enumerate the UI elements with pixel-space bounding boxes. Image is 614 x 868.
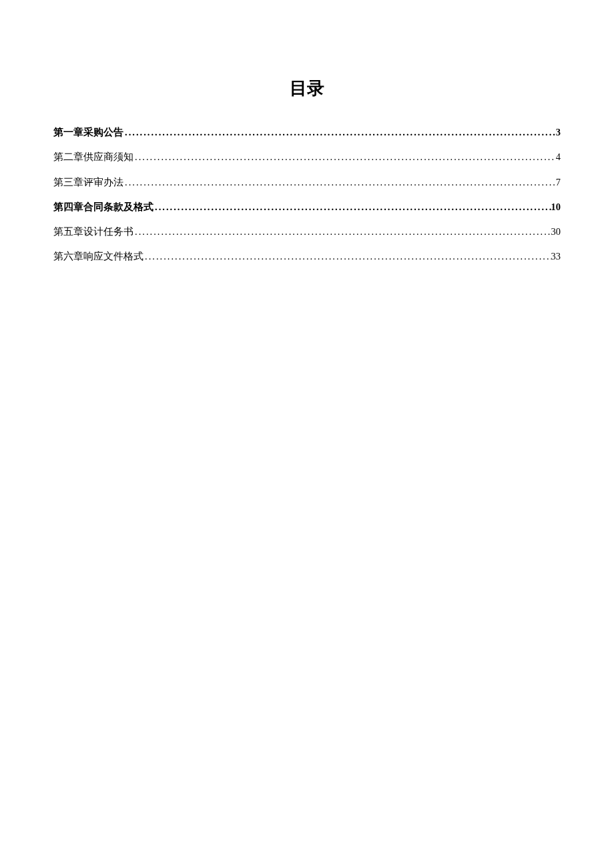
toc-leader-dots	[133, 150, 556, 163]
toc-entry-label: 第三章评审办法	[53, 175, 123, 189]
toc-entry-page: 10	[551, 200, 561, 213]
toc-entry-page: 7	[556, 175, 561, 189]
toc-leader-dots	[133, 225, 551, 238]
toc-entry-label: 第六章响应文件格式	[53, 250, 143, 263]
toc-entry-label: 第四章合同条款及格式	[53, 200, 154, 213]
toc-entry-label: 第一章采购公告	[53, 125, 123, 139]
document-page: 目录 第一章采购公告 3 第二章供应商须知 4 第三章评审办法 7 第四章合同条…	[0, 0, 614, 328]
table-of-contents: 第一章采购公告 3 第二章供应商须知 4 第三章评审办法 7 第四章合同条款及格…	[53, 125, 561, 264]
toc-entry-page: 4	[556, 150, 561, 163]
toc-entry-chapter-4[interactable]: 第四章合同条款及格式 10	[53, 200, 561, 213]
toc-entry-chapter-1[interactable]: 第一章采购公告 3	[53, 125, 561, 139]
toc-entry-page: 33	[551, 250, 561, 263]
toc-leader-dots	[123, 125, 556, 139]
toc-entry-page: 3	[556, 125, 561, 139]
toc-entry-label: 第五章设计任务书	[53, 225, 133, 238]
toc-entry-label: 第二章供应商须知	[53, 150, 133, 163]
toc-leader-dots	[154, 200, 551, 213]
toc-leader-dots	[123, 175, 556, 189]
toc-title: 目录	[53, 77, 561, 100]
toc-entry-chapter-3[interactable]: 第三章评审办法 7	[53, 175, 561, 189]
toc-entry-chapter-2[interactable]: 第二章供应商须知 4	[53, 150, 561, 163]
toc-entry-page: 30	[551, 225, 561, 238]
toc-entry-chapter-6[interactable]: 第六章响应文件格式 33	[53, 250, 561, 263]
toc-entry-chapter-5[interactable]: 第五章设计任务书 30	[53, 225, 561, 238]
toc-leader-dots	[143, 250, 551, 263]
